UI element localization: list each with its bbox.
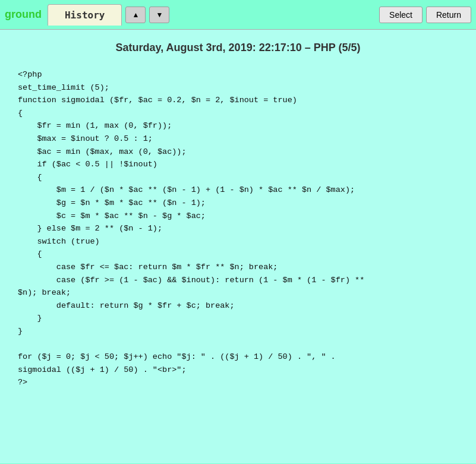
main-content: Saturday, August 3rd, 2019: 22:17:10 – P… — [0, 30, 476, 463]
logo: ground — [5, 8, 42, 21]
select-button[interactable]: Select — [379, 7, 423, 23]
history-tab[interactable]: History — [48, 4, 122, 26]
nav-down-button[interactable]: ▼ — [149, 7, 169, 23]
date-title: Saturday, August 3rd, 2019: 22:17:10 – P… — [18, 42, 458, 54]
return-button[interactable]: Return — [426, 7, 471, 23]
nav-up-button[interactable]: ▲ — [125, 7, 146, 23]
top-bar: ground History ▲ ▼ Select Return — [0, 0, 476, 30]
code-block: <?php set_time_limit (5); function sigmo… — [18, 68, 458, 389]
